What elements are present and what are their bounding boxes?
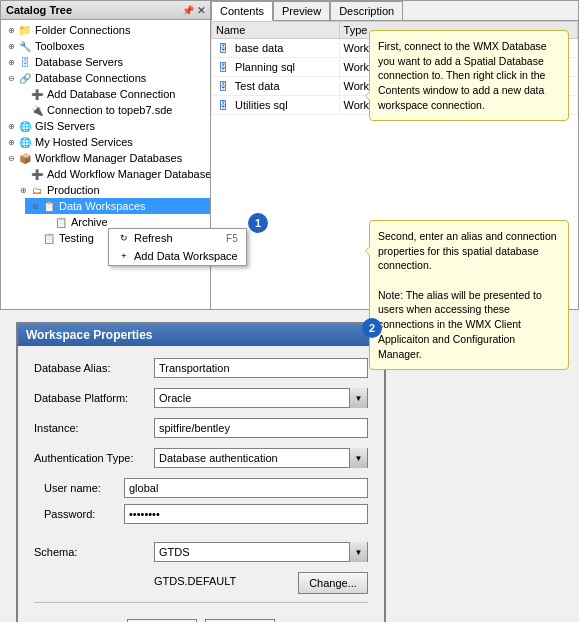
callout-1: First, connect to the WMX Database you w… [369,30,569,121]
contents-tabs: Contents Preview Description [211,1,578,21]
tree-item-add-db-connection[interactable]: ➕ Add Database Connection [13,86,210,102]
auth-type-arrow[interactable]: ▼ [349,448,367,468]
db-alias-control [154,358,368,378]
refresh-shortcut: F5 [206,233,238,244]
folder-connections-icon: 📁 [18,23,32,37]
row-db-icon: 🗄 [216,60,230,74]
step-1-badge: 1 [248,213,268,233]
add-db-label: Add Database Connection [47,88,175,100]
change-button[interactable]: Change... [298,572,368,594]
password-row: Password: [44,504,368,524]
gis-servers-label: GIS Servers [35,120,95,132]
spacer-testing [29,232,41,244]
password-label: Password: [44,508,124,520]
schema-value: GTDS [155,544,349,560]
instance-input[interactable] [154,418,368,438]
add-db-icon: ➕ [30,87,44,101]
tree-item-gis-servers[interactable]: ⊕ 🌐 GIS Servers [1,118,210,134]
password-input[interactable] [124,504,368,524]
password-control [124,504,368,524]
tree-item-folder-connections[interactable]: ⊕ 📁 Folder Connections [1,22,210,38]
tree-item-database-connections[interactable]: ⊖ 🔗 Database Connections [1,70,210,86]
col-name: Name [212,22,340,39]
db-platform-arrow[interactable]: ▼ [349,388,367,408]
username-row: User name: [44,478,368,498]
dialog-title-bar: Workspace Properties [18,324,384,346]
row-name: 🗄 base data [212,39,340,58]
callout-2: Second, enter an alias and connection pr… [369,220,569,370]
toolboxes-label: Toolboxes [35,40,85,52]
instance-control [154,418,368,438]
context-menu-refresh[interactable]: ↻ Refresh F5 [109,229,246,247]
auth-type-select[interactable]: Database authentication ▼ [154,448,368,468]
gtds-default-text: GTDS.DEFAULT [154,575,236,587]
workspace-properties-dialog: Workspace Properties Database Alias: Dat… [16,322,386,622]
spacer-add-wmx [17,168,29,180]
db-platform-control: Oracle ▼ [154,388,368,408]
db-alias-row: Database Alias: [34,358,368,378]
tree-item-wmx-databases[interactable]: ⊖ 📦 Workflow Manager Databases [1,150,210,166]
db-servers-label: Database Servers [35,56,123,68]
tree-item-production[interactable]: ⊕ 🗂 Production [13,182,210,198]
catalog-tree-title: Catalog Tree [6,4,72,16]
db-alias-input[interactable] [154,358,368,378]
expand-db-servers[interactable]: ⊕ [5,56,17,68]
db-servers-icon: 🗄 [18,55,32,69]
row-db-icon: 🗄 [216,41,230,55]
refresh-label: Refresh [134,232,173,244]
expand-production[interactable]: ⊕ [17,184,29,196]
tree-item-database-servers[interactable]: ⊕ 🗄 Database Servers [1,54,210,70]
context-menu: ↻ Refresh F5 + Add Data Workspace [108,228,247,266]
tree-item-data-workspaces[interactable]: ⊖ 📋 Data Workspaces [25,198,210,214]
dialog-title: Workspace Properties [26,328,153,342]
tree-item-hosted-services[interactable]: ⊕ 🌐 My Hosted Services [1,134,210,150]
testing-label: Testing [59,232,94,244]
wmx-label: Workflow Manager Databases [35,152,182,164]
tab-description[interactable]: Description [330,1,403,20]
expand-wmx[interactable]: ⊖ [5,152,17,164]
production-label: Production [47,184,100,196]
username-input[interactable] [124,478,368,498]
tree-items: ⊕ 📁 Folder Connections ⊕ 🔧 Toolboxes ⊕ 🗄… [1,20,210,248]
refresh-icon: ↻ [117,231,131,245]
data-ws-label: Data Workspaces [59,200,146,212]
db-platform-select[interactable]: Oracle ▼ [154,388,368,408]
row-db-icon: 🗄 [216,98,230,112]
db-connections-icon: 🔗 [18,71,32,85]
hosted-services-label: My Hosted Services [35,136,133,148]
expand-toolboxes[interactable]: ⊕ [5,40,17,52]
db-platform-label: Database Platform: [34,392,154,404]
schema-row: Schema: GTDS ▼ [34,542,368,562]
db-alias-label: Database Alias: [34,362,154,374]
add-wmx-icon: ➕ [30,167,44,181]
folder-connections-label: Folder Connections [35,24,130,36]
expand-folder-connections[interactable]: ⊕ [5,24,17,36]
auth-type-value: Database authentication [155,450,349,466]
tab-contents[interactable]: Contents [211,1,273,21]
expand-data-ws[interactable]: ⊖ [29,200,41,212]
topeb7-icon: 🔌 [30,103,44,117]
toolboxes-icon: 🔧 [18,39,32,53]
add-dw-label: Add Data Workspace [134,250,238,262]
expand-hosted-services[interactable]: ⊕ [5,136,17,148]
production-icon: 🗂 [30,183,44,197]
auth-type-row: Authentication Type: Database authentica… [34,448,368,468]
row-db-icon: 🗄 [216,79,230,93]
expand-gis-servers[interactable]: ⊕ [5,120,17,132]
schema-select[interactable]: GTDS ▼ [154,542,368,562]
tree-item-add-wmx[interactable]: ➕ Add Workflow Manager Database [13,166,210,182]
tree-item-toolboxes[interactable]: ⊕ 🔧 Toolboxes [1,38,210,54]
username-control [124,478,368,498]
tree-item-connection-topeb7[interactable]: 🔌 Connection to topeb7.sde [13,102,210,118]
data-ws-icon: 📋 [42,199,56,213]
tab-preview[interactable]: Preview [273,1,330,20]
testing-icon: 📋 [42,231,56,245]
add-dw-icon: + [117,249,131,263]
instance-label: Instance: [34,422,154,434]
context-menu-add-data-workspace[interactable]: + Add Data Workspace [109,247,246,265]
auth-type-control: Database authentication ▼ [154,448,368,468]
expand-db-connections[interactable]: ⊖ [5,72,17,84]
schema-arrow[interactable]: ▼ [349,542,367,562]
pin-icon[interactable]: 📌 ✕ [182,5,205,16]
row-name: 🗄 Utilities sql [212,96,340,115]
